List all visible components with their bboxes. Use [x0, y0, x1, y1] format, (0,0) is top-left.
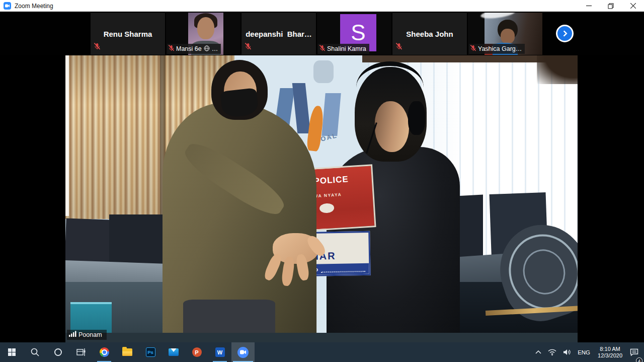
word-icon: W: [215, 347, 225, 357]
cortana-icon: [54, 348, 62, 356]
show-hidden-icons-button[interactable]: [534, 342, 543, 362]
desk-edge-shape: [65, 333, 578, 342]
minimize-button[interactable]: [578, 0, 600, 12]
tray-time: 8:10 AM: [598, 346, 622, 352]
zoom-camera-icon: [237, 347, 249, 358]
muted-mic-icon: [245, 43, 251, 52]
participant-tile-shalini[interactable]: S Shalini Kamra: [317, 13, 392, 55]
zoom-app-icon: [4, 2, 11, 10]
window-light-shape: [65, 55, 69, 216]
muted-mic-icon: [94, 43, 100, 52]
main-speaker-video: e OAL DELHI POLICE SHANTI: [65, 55, 578, 342]
participant-tile-sheeba[interactable]: Sheeba John: [392, 13, 468, 55]
clock[interactable]: 8:10 AM 12/3/2020: [595, 342, 625, 362]
corner-shadow-shape: [537, 55, 578, 84]
muted-mic-icon: [470, 45, 476, 53]
monitor-shape: [65, 218, 112, 265]
search-icon: [31, 348, 39, 356]
taskbar-file-explorer-button[interactable]: [116, 342, 139, 362]
participant-label: Shalini Kamra: [318, 44, 369, 54]
person-left-hand: [250, 216, 332, 282]
participant-tile-renu[interactable]: Renu Sharma: [91, 13, 166, 55]
photoshop-icon: Ps: [146, 347, 155, 357]
action-center-button[interactable]: 4: [628, 342, 640, 362]
notification-badge: 4: [636, 357, 642, 362]
headphones-earcup-shape: [408, 101, 425, 135]
task-view-icon: [76, 348, 86, 356]
windows-taskbar: Ps P W ENG: [0, 342, 644, 362]
cortana-button[interactable]: [46, 342, 69, 362]
person-right-head: [355, 67, 427, 162]
next-participants-button[interactable]: [556, 25, 574, 42]
file-explorer-icon: [122, 348, 132, 356]
muted-mic-icon: [396, 43, 402, 52]
powerpoint-icon: P: [192, 347, 202, 357]
window-title: Zoom Meeting: [15, 3, 53, 10]
volume-button[interactable]: [561, 342, 573, 362]
finger-shape: [263, 252, 284, 282]
participant-name: Yashica Garg…: [478, 45, 522, 52]
participant-tile-yashica[interactable]: Yashica Garg…: [468, 13, 543, 55]
person-left-head: [211, 60, 268, 120]
participant-label: Yashica Garg…: [469, 44, 525, 54]
mural-building-shape: [321, 93, 341, 136]
chevron-right-icon: [561, 30, 568, 37]
speaker-name: Poonam: [78, 331, 102, 338]
language-indicator[interactable]: ENG: [576, 342, 592, 362]
zoom-meeting-window: Zoom Meeting Renu Sharma: [0, 0, 644, 362]
video-light-streak: [480, 13, 516, 20]
taskbar-zoom-button[interactable]: [231, 342, 255, 362]
muted-mic-icon: [319, 45, 325, 53]
signal-strength-icon: [69, 331, 76, 338]
participant-name: Renu Sharma: [91, 13, 165, 55]
muted-mic-icon: [169, 45, 174, 53]
windows-logo-icon: [8, 348, 16, 356]
start-button[interactable]: [0, 342, 23, 362]
participant-name: Mansi 6e: [176, 45, 202, 52]
titlebar: Zoom Meeting: [0, 0, 644, 12]
close-button[interactable]: [622, 0, 644, 12]
video-face-shape: [501, 29, 515, 44]
banner-badge-shape: [319, 203, 335, 213]
speaker-name-label: Poonam: [67, 330, 107, 340]
monitor-shape: [109, 214, 166, 269]
wifi-icon: [548, 349, 556, 355]
taskbar-word-button[interactable]: W: [208, 342, 231, 362]
participant-name-ellipsis: …: [212, 45, 218, 52]
participant-name: deepanshi Bhar…: [242, 13, 316, 55]
participant-filmstrip: Renu Sharma Mansi 6e: [0, 12, 644, 55]
search-button[interactable]: [23, 342, 46, 362]
chrome-icon: [100, 347, 109, 357]
speaker-icon: [563, 349, 571, 355]
participant-tile-mansi[interactable]: Mansi 6e …: [166, 13, 242, 55]
taskbar-chrome-button[interactable]: [93, 342, 116, 362]
mail-icon: [169, 348, 179, 356]
window-controls: [578, 0, 644, 12]
restore-button[interactable]: [600, 0, 622, 12]
video-face-shape: [197, 17, 214, 39]
participant-name: Sheeba John: [392, 13, 467, 55]
taskbar-mail-button[interactable]: [162, 342, 185, 362]
system-tray: ENG 8:10 AM 12/3/2020 4: [534, 342, 644, 362]
notification-icon: [630, 348, 638, 356]
mural-shape: [313, 60, 334, 83]
taskbar-photoshop-button[interactable]: Ps: [139, 342, 162, 362]
participant-name: Shalini Kamra: [327, 45, 366, 52]
task-view-button[interactable]: [69, 342, 93, 362]
network-button[interactable]: [546, 342, 558, 362]
chevron-up-icon: [535, 350, 541, 354]
taskbar-powerpoint-button[interactable]: P: [185, 342, 208, 362]
globe-icon: [204, 45, 210, 53]
tray-date: 12/3/2020: [598, 352, 622, 359]
participant-tile-deepanshi[interactable]: deepanshi Bhar…: [242, 13, 317, 55]
participant-label: Mansi 6e …: [167, 44, 221, 54]
participant-tiles: Renu Sharma Mansi 6e: [91, 13, 543, 55]
